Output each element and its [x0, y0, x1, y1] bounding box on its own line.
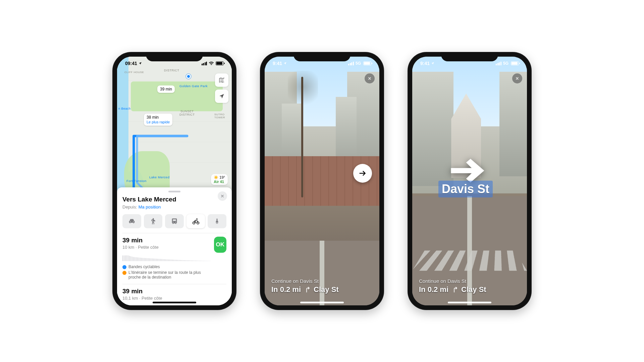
location-indicator-icon	[139, 62, 142, 65]
rideshare-icon	[214, 218, 220, 225]
route-option-2[interactable]: 39 min 10,1 km · Petite côte	[122, 284, 226, 304]
svg-point-4	[216, 219, 218, 220]
elevation-sparkline	[122, 252, 211, 261]
battery-icon	[216, 61, 224, 65]
from-value[interactable]: Ma position	[139, 204, 161, 209]
next-street: Clay St	[461, 285, 486, 294]
recenter-button[interactable]	[215, 89, 228, 103]
next-distance: In 0.2 mi	[271, 285, 301, 294]
status-time: 9:41	[273, 61, 282, 66]
route-note-endpoint: L'itinéraire se termine sur la route la …	[122, 270, 211, 280]
transport-mode-row	[122, 214, 226, 228]
phone-maps-route: 09:41 DISTRICT SUNSET DISTRICT Golden Ga…	[112, 52, 236, 310]
home-indicator[interactable]	[448, 302, 491, 303]
route-time: 39 min	[122, 237, 211, 244]
walk-icon	[149, 218, 157, 225]
close-button[interactable]	[365, 73, 375, 83]
turn-right-icon	[304, 286, 311, 293]
directions-sheet[interactable]: Vers Lake Merced Depuis: Ma position 39 …	[117, 187, 232, 305]
turn-right-icon	[451, 286, 459, 293]
mode-rideshare[interactable]	[208, 214, 226, 228]
screen: 09:41 DISTRICT SUNSET DISTRICT Golden Ga…	[117, 57, 232, 305]
weather-chip[interactable]: ☀️ 19° Air 41	[211, 174, 228, 185]
map-beach-label: n Beach	[118, 107, 131, 110]
wifi-icon	[209, 61, 214, 65]
mode-walk[interactable]	[144, 214, 163, 228]
close-button[interactable]	[218, 191, 227, 201]
status-bar: 09:41	[117, 57, 232, 70]
sheet-grabber[interactable]	[168, 191, 180, 192]
map-sunset-label: SUNSET DISTRICT	[179, 110, 195, 116]
close-icon	[220, 194, 224, 198]
next-street: Clay St	[314, 285, 339, 294]
svg-point-3	[196, 218, 197, 219]
ar-instruction-panel: Continue on Davis St In 0.2 mi Clay St	[419, 278, 520, 294]
continue-label: Continue on Davis St	[419, 278, 520, 284]
continue-label: Continue on Davis St	[271, 278, 373, 284]
car-icon	[128, 218, 136, 225]
status-bar: 9:41 5G	[412, 57, 527, 70]
map-sutro-label: SUTRO TOWER	[214, 113, 232, 119]
screen: 9:41 5G Davis St Continue on Davis St In…	[412, 57, 527, 305]
cellular-icon	[348, 62, 354, 65]
phone-ar-nav-2: 9:41 5G Davis St Continue on Davis St In…	[408, 52, 532, 310]
map-cliff-label: CLIFF HOUSE	[124, 71, 144, 74]
route-detail: 10,1 km · Petite côte	[122, 296, 226, 301]
network-label: 5G	[503, 61, 508, 66]
map-lake-label: Lake Merced	[149, 175, 169, 179]
route-option-1[interactable]: 39 min 10 km · Petite côte Bandes cyclab…	[122, 233, 226, 284]
cellular-icon	[202, 62, 207, 65]
current-location-dot	[186, 74, 191, 79]
network-label: 5G	[356, 61, 361, 66]
battery-icon	[363, 61, 371, 65]
route-detail: 10 km · Petite côte	[122, 245, 211, 250]
cellular-icon	[496, 62, 501, 65]
map-funston-label: Fort Funston	[126, 179, 147, 183]
location-indicator-icon	[283, 62, 287, 65]
transit-icon	[171, 218, 178, 225]
mode-transit[interactable]	[165, 214, 184, 228]
route-tag-alt[interactable]: 39 min	[157, 85, 175, 93]
home-indicator[interactable]	[153, 302, 196, 303]
battery-icon	[511, 61, 519, 65]
status-time: 09:41	[125, 61, 137, 66]
screen: 9:41 5G Continue on Davis St In 0.2 mi C…	[265, 57, 379, 305]
location-indicator-icon	[431, 62, 434, 65]
go-button[interactable]: OK	[214, 237, 226, 253]
map-ggp-label: Golden Gate Park	[179, 84, 208, 88]
mode-bike[interactable]	[186, 214, 205, 228]
sheet-title: Vers Lake Merced	[122, 196, 226, 203]
phone-ar-nav-1: 9:41 5G Continue on Davis St In 0.2 mi C…	[260, 52, 384, 310]
status-time: 9:41	[420, 61, 430, 66]
next-distance: In 0.2 mi	[419, 285, 448, 294]
close-icon	[515, 76, 519, 80]
status-bar: 9:41 5G	[265, 57, 379, 70]
map-icon	[218, 77, 225, 83]
route-tag-fastest[interactable]: 38 min Le plus rapide	[144, 114, 172, 126]
route-note-bikelane: Bandes cyclables	[122, 264, 211, 269]
close-button[interactable]	[512, 73, 522, 83]
bike-icon	[192, 217, 200, 225]
location-arrow-icon	[219, 93, 225, 99]
home-indicator[interactable]	[300, 302, 344, 303]
from-row[interactable]: Depuis: Ma position	[122, 204, 226, 209]
ar-turn-indicator[interactable]	[353, 164, 372, 183]
close-icon	[368, 76, 372, 80]
ar-instruction-panel: Continue on Davis St In 0.2 mi Clay St	[271, 278, 373, 294]
map-mode-button[interactable]	[215, 73, 228, 87]
mode-car[interactable]	[122, 214, 141, 228]
arrow-right-icon	[358, 169, 367, 178]
route-time: 39 min	[122, 288, 226, 295]
ar-street-label: Davis St	[438, 181, 493, 197]
arrow-right-icon	[449, 157, 486, 184]
